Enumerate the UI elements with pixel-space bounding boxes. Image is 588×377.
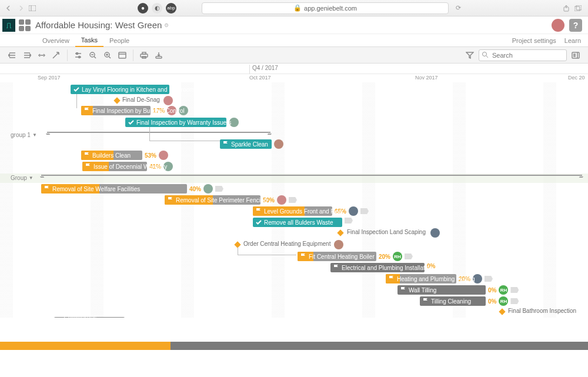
milestone-heatingeq-label: Order Central Heating Equipment	[243, 241, 330, 247]
sliders-icon[interactable]	[72, 49, 85, 61]
app-header: ⎍ Affordable Housing: West Green ⚙ ?	[0, 16, 588, 34]
link-tool-icon[interactable]	[35, 49, 48, 61]
task-decennial[interactable]: Issue of Decennial Warranty	[82, 162, 147, 171]
zoom-in-icon[interactable]	[101, 49, 114, 61]
svg-rect-11	[142, 52, 146, 54]
tag-icon[interactable]	[405, 253, 413, 259]
task-elec-label: Electrical and Plumbing Installation	[342, 265, 433, 271]
task-boiler-pct: 20%	[379, 253, 390, 260]
zoom-out-icon[interactable]	[86, 49, 99, 61]
tag-icon[interactable]	[360, 208, 369, 214]
assignee-avatar[interactable]: RH	[499, 285, 508, 295]
assignee-avatar[interactable]: RH	[393, 252, 402, 261]
timeline-month-row: Sep 2017 Oct 2017 Nov 2017 Dec 20	[0, 74, 588, 82]
task-elec[interactable]: Electrical and Plumbing Installation	[330, 263, 425, 272]
filter-icon[interactable]	[463, 49, 476, 61]
tag-icon[interactable]	[485, 276, 493, 282]
task-waste[interactable]: Remove all Bulders Waste	[253, 218, 342, 227]
milestone-desnag-label: Final De-Snag	[122, 96, 160, 103]
task-sparkle[interactable]: Sparkle Clean	[220, 139, 272, 149]
link-learn[interactable]: Learn	[564, 37, 581, 44]
panel-toggle-icon[interactable]	[569, 49, 582, 61]
group-2-label[interactable]: Group▼	[11, 175, 34, 181]
tag-icon[interactable]	[510, 287, 519, 293]
task-waste-label: Remove all Bulders Waste	[264, 219, 333, 226]
task-tclean[interactable]: Tilling Cleaning	[420, 296, 486, 306]
settings-dot[interactable]: ⚙	[164, 22, 169, 28]
assignee-avatar[interactable]	[334, 240, 343, 249]
tabs-button[interactable]	[573, 3, 583, 14]
task-tilling[interactable]: Wall Tilling	[397, 285, 486, 295]
assignee-avatar[interactable]	[430, 228, 440, 238]
assignee-avatar[interactable]	[203, 184, 213, 193]
task-builders-pct: 53%	[145, 152, 156, 159]
tab-tasks[interactable]: Tasks	[75, 34, 103, 47]
group-1-label[interactable]: group 1▼	[11, 132, 37, 138]
avatar[interactable]	[552, 19, 564, 32]
arrow-tool-icon[interactable]	[50, 49, 63, 61]
toolbar	[0, 47, 588, 64]
assignee-avatar[interactable]	[274, 139, 283, 149]
export-icon[interactable]	[152, 49, 165, 61]
task-fencing[interactable]: Removal of Site Perimeter Fencing	[165, 195, 260, 205]
task-boiler-label: Fit Central Heating Boiler	[309, 253, 375, 260]
project-title: Affordable Housing: West Green	[35, 20, 162, 30]
sidebar-button[interactable]	[27, 3, 38, 14]
search-input[interactable]	[479, 49, 567, 61]
task-fencing-label: Removal of Site Perimeter Fencing	[176, 197, 267, 203]
share-button[interactable]	[561, 3, 572, 14]
task-tilling-pct: 0%	[488, 287, 496, 293]
reload-button[interactable]: ⟳	[452, 4, 464, 12]
help-button[interactable]: ?	[569, 19, 582, 32]
task-warranty[interactable]: Final Inspection by Warranty Issuers	[125, 118, 226, 127]
gantt-area[interactable]: Lay Vinyl Flooring in Kitchen and Bathro…	[0, 82, 588, 350]
task-builders-label: Builders Clean	[92, 152, 131, 159]
address-bar[interactable]: 🔒 app.geniebelt.com	[202, 2, 449, 14]
tag-icon[interactable]	[215, 186, 223, 192]
indent-icon[interactable]	[21, 49, 34, 61]
print-icon[interactable]	[138, 49, 151, 61]
forward-button[interactable]	[15, 3, 26, 14]
svg-rect-4	[576, 5, 582, 10]
overview-scrollbar[interactable]	[0, 342, 588, 350]
task-boiler[interactable]: Fit Central Heating Boiler	[298, 252, 376, 261]
task-welfare[interactable]: Removal of Site Welfare Facilities	[41, 184, 187, 193]
browser-chrome: ● ◐ abp 🔒 app.geniebelt.com ⟳	[0, 0, 588, 16]
link-project-settings[interactable]: Project settings	[512, 37, 556, 44]
tag-icon[interactable]	[289, 197, 297, 203]
task-welfare-pct: 40%	[189, 186, 201, 192]
tag-icon[interactable]	[510, 298, 519, 304]
assignee-avatar[interactable]	[277, 195, 286, 205]
tag-icon[interactable]	[345, 218, 353, 223]
task-plumbtest[interactable]: Heating and Plumbing Testing	[386, 274, 456, 283]
apps-icon[interactable]	[19, 19, 31, 31]
task-warranty-label: Final Inspection by Warranty Issuers	[136, 119, 231, 126]
task-vinyl[interactable]: Lay Vinyl Flooring in Kitchen and Bathro…	[71, 85, 169, 94]
url-text: app.geniebelt.com	[304, 5, 357, 12]
task-builders[interactable]: Builders Clean	[81, 151, 142, 160]
scrollbar-thumb[interactable]	[0, 342, 171, 350]
task-grounds[interactable]: Level Grounds Front and Rear	[253, 206, 332, 216]
task-bcontrol[interactable]: Final Inspection by Building Control	[81, 106, 151, 115]
back-button[interactable]	[4, 3, 14, 14]
tab-overview[interactable]: Overview	[36, 35, 75, 46]
calendar-icon[interactable]	[116, 49, 129, 61]
ext-icon-1[interactable]: ●	[138, 3, 148, 14]
assignee-avatar[interactable]	[349, 206, 358, 216]
task-vinyl-label: Lay Vinyl Flooring in Kitchen and Bathro…	[82, 86, 195, 93]
task-tilling-label: Wall Tilling	[409, 287, 436, 293]
outdent-icon[interactable]	[6, 49, 19, 61]
svg-rect-3	[574, 6, 580, 11]
month-nov: Nov 2017	[415, 75, 438, 81]
ext-icon-2[interactable]: ◐	[152, 3, 162, 14]
task-grounds-label: Level Grounds Front and Rear	[264, 208, 343, 215]
assignee-avatar[interactable]	[163, 96, 173, 105]
ext-icon-3[interactable]: abp	[166, 3, 176, 14]
tab-people[interactable]: People	[103, 35, 135, 46]
task-decennial-label: Issue of Decennial Warranty	[93, 164, 167, 170]
assignee-avatar[interactable]	[159, 151, 168, 160]
lock-icon: 🔒	[293, 4, 302, 12]
brand-logo[interactable]: ⎍	[2, 19, 15, 32]
assignee-avatar[interactable]: RH	[499, 296, 508, 306]
group-2-bracket	[41, 175, 582, 178]
